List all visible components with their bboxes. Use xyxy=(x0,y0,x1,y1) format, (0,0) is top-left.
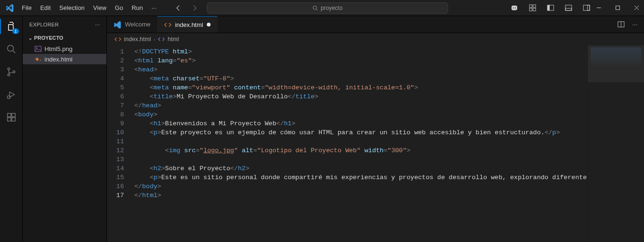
svg-rect-2 xyxy=(533,5,536,8)
line-number: 9 xyxy=(107,119,124,128)
breadcrumb-label[interactable]: index.html xyxy=(124,36,151,43)
line-number: 13 xyxy=(107,155,124,164)
titlebar-right-icons xyxy=(511,4,590,12)
svg-rect-3 xyxy=(529,8,532,11)
menu-bar: FileEditSelectionViewGoRun··· xyxy=(18,2,160,13)
minimize-icon[interactable] xyxy=(595,4,602,12)
line-gutter: 1234567891011121314151617 xyxy=(107,45,131,242)
tabs-more-icon[interactable]: ··· xyxy=(632,21,637,28)
svg-rect-17 xyxy=(7,113,10,117)
breadcrumb-label[interactable]: html xyxy=(168,36,179,43)
code-line: <title>Mi Proyecto Web de Desarrollo</ti… xyxy=(134,92,644,101)
activity-source-control[interactable] xyxy=(5,65,18,78)
breadcrumbs[interactable]: index.html›html xyxy=(107,33,644,45)
code-line: <p>Este es un sitio personal donde compa… xyxy=(134,173,644,182)
code-line: <!DOCTYPE html> xyxy=(134,47,644,56)
file-name: index.html xyxy=(44,56,72,63)
line-number: 5 xyxy=(107,83,124,92)
tab-index-html[interactable]: index.html xyxy=(158,16,218,33)
line-number: 8 xyxy=(107,110,124,119)
explorer-sidebar: EXPLORER ··· ⌄ PROYECTO Html5.pngindex.h… xyxy=(23,16,107,242)
svg-rect-20 xyxy=(11,113,15,117)
close-icon[interactable] xyxy=(633,4,640,12)
activity-search[interactable] xyxy=(5,43,18,56)
code-content[interactable]: <!DOCTYPE html><html lang="es"><head> <m… xyxy=(131,45,644,242)
minimap-slider[interactable] xyxy=(588,45,644,82)
line-number: 2 xyxy=(107,56,124,65)
tab-welcome[interactable]: Welcome xyxy=(107,16,158,33)
command-center[interactable]: proyecto xyxy=(207,2,448,14)
menu-selection[interactable]: Selection xyxy=(55,2,88,13)
file-icon xyxy=(34,45,42,52)
svg-rect-7 xyxy=(565,5,571,10)
activity-extensions[interactable] xyxy=(5,111,18,124)
window-controls xyxy=(595,4,640,12)
tabs-row: Welcomeindex.html ··· xyxy=(107,16,644,33)
line-number: 11 xyxy=(107,137,124,146)
toggle-panel-icon[interactable] xyxy=(565,4,572,12)
activity-debug[interactable] xyxy=(5,88,18,101)
code-line: <h2>Sobre el Proyecto</h2> xyxy=(134,164,644,173)
folder-name: PROYECTO xyxy=(34,35,63,41)
folder-root[interactable]: ⌄ PROYECTO xyxy=(23,33,106,43)
vscode-logo-icon xyxy=(4,4,15,12)
svg-rect-11 xyxy=(616,6,619,10)
element-icon xyxy=(158,36,165,43)
chevron-down-icon: ⌄ xyxy=(28,35,32,41)
layout-grid-icon[interactable] xyxy=(529,4,536,12)
line-number: 7 xyxy=(107,101,124,110)
tab-icon xyxy=(164,21,171,28)
toggle-secondary-sidebar-icon[interactable] xyxy=(582,4,590,12)
menu-file[interactable]: File xyxy=(18,2,35,13)
maximize-icon[interactable] xyxy=(614,4,621,12)
svg-rect-10 xyxy=(587,5,590,10)
menu-run[interactable]: Run xyxy=(128,2,147,13)
forward-icon[interactable] xyxy=(191,4,198,12)
sidebar-title: EXPLORER xyxy=(29,22,59,27)
menu-···[interactable]: ··· xyxy=(148,2,160,13)
svg-rect-8 xyxy=(565,8,571,10)
svg-point-14 xyxy=(8,74,9,76)
minimap[interactable] xyxy=(587,45,644,242)
file-item[interactable]: index.html xyxy=(23,54,106,64)
file-item[interactable]: Html5.png xyxy=(23,43,106,54)
search-icon xyxy=(312,5,318,11)
back-icon[interactable] xyxy=(175,4,182,12)
code-line: <head> xyxy=(134,65,644,74)
chevron-right-icon: › xyxy=(154,37,155,42)
menu-view[interactable]: View xyxy=(89,2,110,13)
toggle-sidebar-icon[interactable] xyxy=(547,4,554,12)
line-number: 10 xyxy=(107,128,124,137)
code-line xyxy=(134,137,644,146)
file-icon xyxy=(34,56,42,63)
menu-edit[interactable]: Edit xyxy=(36,2,54,13)
activity-badge: 1 xyxy=(12,28,18,34)
line-number: 17 xyxy=(107,191,124,200)
code-line: <p>Este proyecto es un ejemplo de cómo u… xyxy=(134,128,644,137)
line-number: 16 xyxy=(107,182,124,191)
line-number: 4 xyxy=(107,74,124,83)
code-line: <meta charset="UTF-8"> xyxy=(134,74,644,83)
svg-point-15 xyxy=(13,71,15,73)
svg-rect-4 xyxy=(533,8,536,11)
code-line: <body> xyxy=(134,110,644,119)
menu-go[interactable]: Go xyxy=(111,2,127,13)
code-line: <h1>Bienvenidos a Mi Proyecto Web</h1> xyxy=(134,119,644,128)
code-line: <meta name="viewport" content="width=dev… xyxy=(134,83,644,92)
html-file-icon xyxy=(115,36,121,43)
svg-rect-19 xyxy=(11,118,15,121)
editor-area: Welcomeindex.html ··· index.html›html 12… xyxy=(107,16,644,242)
sidebar-more-icon[interactable]: ··· xyxy=(95,22,100,27)
title-bar: FileEditSelectionViewGoRun··· proyecto xyxy=(0,0,644,16)
activity-explorer[interactable]: 1 xyxy=(5,20,18,33)
line-number: 3 xyxy=(107,65,124,74)
main-area: 1 EXPLORER ··· ⌄ PROYECTO Html5.pngindex… xyxy=(0,16,644,242)
svg-point-13 xyxy=(8,68,9,69)
split-editor-icon[interactable] xyxy=(617,21,625,28)
code-line: </body> xyxy=(134,182,644,191)
line-number: 1 xyxy=(107,47,124,56)
dirty-indicator-icon xyxy=(207,23,211,26)
tabs-container: Welcomeindex.html xyxy=(107,16,218,33)
copilot-icon[interactable] xyxy=(511,4,518,12)
line-number: 12 xyxy=(107,146,124,155)
